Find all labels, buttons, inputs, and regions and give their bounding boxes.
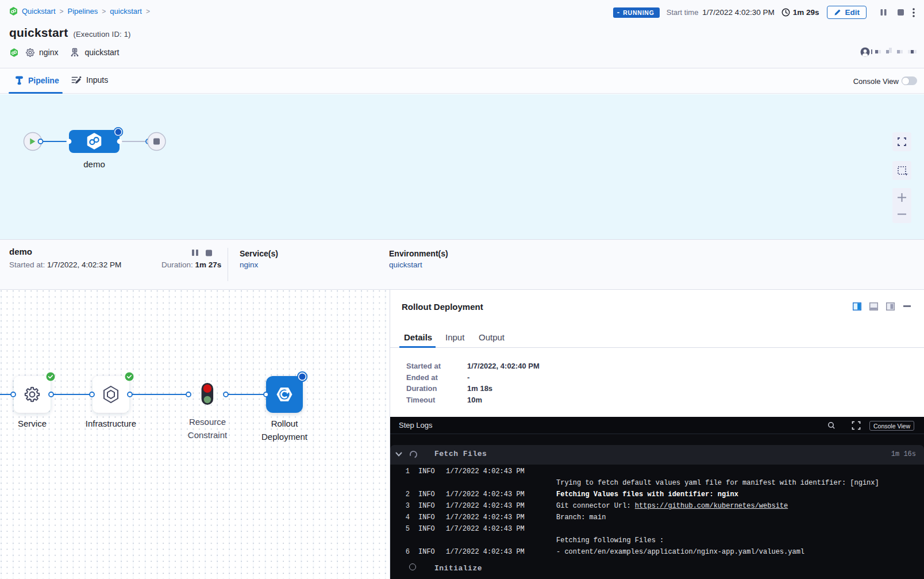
svg-text:Constraint: Constraint — [188, 430, 228, 440]
svg-text:demo: demo — [83, 159, 105, 169]
svg-text:Service: Service — [18, 419, 47, 428]
svg-text:Rollout: Rollout — [271, 419, 299, 428]
svg-text:Deployment: Deployment — [261, 432, 308, 442]
svg-text:Resource: Resource — [189, 417, 226, 427]
svg-text:Infrastructure: Infrastructure — [86, 419, 136, 428]
